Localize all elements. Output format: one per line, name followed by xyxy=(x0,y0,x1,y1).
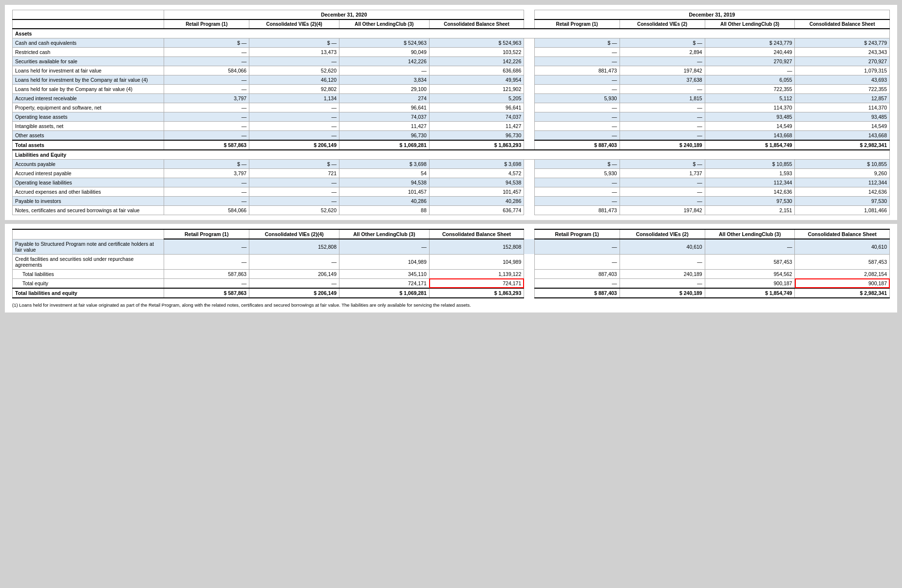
cell-2019-19-1: 197,842 xyxy=(620,206,705,215)
bottom-cell-2020-3-0: — xyxy=(164,278,249,288)
cell-2019-15-2: 1,593 xyxy=(705,169,795,178)
cell-2019-7-1: 1,815 xyxy=(620,94,705,103)
cell-2019-2-1: 2,894 xyxy=(620,48,705,57)
bottom-cell-2020-4-3: $ 1,863,293 xyxy=(429,288,524,298)
bottom-cell-2019-4-1: $ 240,189 xyxy=(620,288,705,298)
cell-2019-19-3: 1,081,466 xyxy=(795,206,890,215)
cell-2019-4-0: 881,473 xyxy=(534,66,620,75)
cell-2019-9-1: — xyxy=(620,112,705,122)
cell-2020-10-1: — xyxy=(249,122,339,131)
cell-2020-5-3: 49,954 xyxy=(429,75,524,85)
bottom-cell-2019-1-2: 587,453 xyxy=(705,254,795,269)
cell-2020-15-1: 721 xyxy=(249,169,339,178)
cell-2019-9-0: — xyxy=(534,112,620,122)
bottom-cell-2019-3-2: 900,187 xyxy=(705,278,795,288)
dec2019-header: December 31, 2019 xyxy=(534,10,889,20)
bottom-cell-2019-1-1: — xyxy=(620,254,705,269)
bottom-cell-2019-4-3: $ 2,982,341 xyxy=(795,288,890,298)
section-header-0: Assets xyxy=(13,29,890,38)
cell-2019-1-2: $ 243,779 xyxy=(705,38,795,48)
row-label-19: Notes, certificates and secured borrowin… xyxy=(13,206,164,215)
cell-2019-18-1: — xyxy=(620,197,705,206)
bottom-row-label-4: Total liabilities and equity xyxy=(13,288,164,298)
row-label-10: Intangible assets, net xyxy=(13,122,164,131)
cell-2019-17-1: — xyxy=(620,187,705,197)
cell-2020-17-0: — xyxy=(164,187,249,197)
cell-2019-12-0: $ 887,403 xyxy=(534,140,620,150)
cell-2020-8-1: — xyxy=(249,103,339,112)
cell-2019-3-3: 270,927 xyxy=(795,57,890,66)
cell-2019-11-2: 143,668 xyxy=(705,131,795,141)
cell-2020-14-3: $ 3,698 xyxy=(429,160,524,169)
cell-2019-4-1: 197,842 xyxy=(620,66,705,75)
cell-2020-4-0: 584,066 xyxy=(164,66,249,75)
cell-2020-18-2: 40,286 xyxy=(339,197,429,206)
cell-2019-16-0: — xyxy=(534,178,620,187)
cell-2020-16-2: 94,538 xyxy=(339,178,429,187)
d2020-col1: Retail Program (1) xyxy=(164,19,249,29)
cell-2019-6-3: 722,355 xyxy=(795,85,890,94)
bottom-row-label-3: Total equity xyxy=(13,278,164,288)
cell-2019-7-2: 5,112 xyxy=(705,94,795,103)
cell-2019-15-1: 1,737 xyxy=(620,169,705,178)
bottom-cell-2020-2-3: 1,139,122 xyxy=(429,269,524,278)
bottom-cell-2019-2-1: 240,189 xyxy=(620,269,705,278)
bottom-cell-2019-4-2: $ 1,854,749 xyxy=(705,288,795,298)
cell-2019-17-2: 142,636 xyxy=(705,187,795,197)
col-empty xyxy=(13,19,164,29)
row-label-1: Cash and cash equivalents xyxy=(13,38,164,48)
cell-2020-6-3: 121,902 xyxy=(429,85,524,94)
bottom-cell-2019-0-2: — xyxy=(705,239,795,254)
cell-2019-11-3: 143,668 xyxy=(795,131,890,141)
cell-2019-5-0: — xyxy=(534,75,620,85)
bottom-cell-2020-0-0: — xyxy=(164,239,249,254)
bottom-cell-2019-2-0: 887,403 xyxy=(534,269,620,278)
cell-2019-3-0: — xyxy=(534,57,620,66)
cell-2019-3-2: 270,927 xyxy=(705,57,795,66)
row-label-9: Operating lease assets xyxy=(13,112,164,122)
d2020-col2: Consolidated VIEs (2)(4) xyxy=(249,19,339,29)
bottom-cell-2020-1-3: 104,989 xyxy=(429,254,524,269)
bottom-cell-2020-2-1: 206,149 xyxy=(249,269,339,278)
cell-2020-11-2: 96,730 xyxy=(339,131,429,141)
d2020-col4: Consolidated Balance Sheet xyxy=(429,19,524,29)
cell-2020-11-1: — xyxy=(249,131,339,141)
cell-2020-3-3: 142,226 xyxy=(429,57,524,66)
cell-2020-4-1: 52,620 xyxy=(249,66,339,75)
cell-2020-7-0: 3,797 xyxy=(164,94,249,103)
bottom-cell-2020-4-1: $ 206,149 xyxy=(249,288,339,298)
cell-2020-15-3: 4,572 xyxy=(429,169,524,178)
cell-2020-5-1: 46,120 xyxy=(249,75,339,85)
cell-2020-8-3: 96,641 xyxy=(429,103,524,112)
bottom-cell-2019-4-0: $ 887,403 xyxy=(534,288,620,298)
cell-2020-12-1: $ 206,149 xyxy=(249,140,339,150)
cell-2020-9-0: — xyxy=(164,112,249,122)
cell-2019-2-0: — xyxy=(534,48,620,57)
row-label-3: Securities available for sale xyxy=(13,57,164,66)
financial-table-bottom: Retail Program (1) Consolidated VIEs (2)… xyxy=(12,229,890,298)
cell-2020-3-0: — xyxy=(164,57,249,66)
bottom-cell-2020-0-1: 152,808 xyxy=(249,239,339,254)
row-label-16: Operating lease liabilities xyxy=(13,178,164,187)
cell-2020-16-1: — xyxy=(249,178,339,187)
cell-2020-19-3: 636,774 xyxy=(429,206,524,215)
cell-2020-19-0: 584,066 xyxy=(164,206,249,215)
dec2020-header: December 31, 2020 xyxy=(164,10,524,20)
d2020-col3: All Other LendingClub (3) xyxy=(339,19,429,29)
bottom-cell-2020-3-1: — xyxy=(249,278,339,288)
cell-2019-4-3: 1,079,315 xyxy=(795,66,890,75)
bottom-cell-2019-3-3: 900,187 xyxy=(795,278,890,288)
cell-2019-18-0: — xyxy=(534,197,620,206)
bottom-cell-2020-3-2: 724,171 xyxy=(339,278,429,288)
row-label-2: Restricted cash xyxy=(13,48,164,57)
cell-2019-6-1: — xyxy=(620,85,705,94)
cell-2020-10-2: 11,427 xyxy=(339,122,429,131)
cell-2020-12-0: $ 587,863 xyxy=(164,140,249,150)
cell-2020-5-2: 3,834 xyxy=(339,75,429,85)
cell-2019-5-2: 6,055 xyxy=(705,75,795,85)
bottom-cell-2020-0-3: 152,808 xyxy=(429,239,524,254)
bottom-row-label-1: Credit facilities and securities sold un… xyxy=(13,254,164,269)
cell-2020-3-1: — xyxy=(249,57,339,66)
header-row-groups: December 31, 2020 December 31, 2019 xyxy=(13,10,890,20)
cell-2020-1-3: $ 524,963 xyxy=(429,38,524,48)
